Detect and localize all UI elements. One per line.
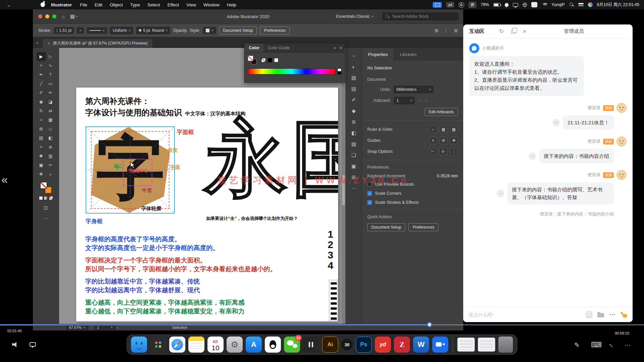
app-store-icon[interactable]: A [246,337,262,353]
back-arrow-icon[interactable]: ← [7,2,12,8]
checkbox-box[interactable]: ✓ [367,191,372,196]
blob-brush-tool[interactable]: ◉ [37,97,46,106]
keyboard-icon[interactable]: ⌨ [591,341,602,349]
vertical-scrollbar[interactable] [341,48,345,324]
checkbox-box[interactable] [367,182,372,187]
spotlight-search-icon[interactable] [569,2,574,7]
active-app-name[interactable]: Illustrator [51,2,72,7]
mesh-tool[interactable]: ▤ [37,133,46,142]
message-options-icon[interactable]: ⋯ [552,119,560,126]
scrollbar-thumb[interactable] [342,175,345,205]
panel-menu-icon[interactable]: ≡ [339,46,342,50]
minimized-window-thumbnail[interactable] [458,338,475,352]
illustrator-icon[interactable]: Ai [322,337,338,353]
app-badge[interactable] [531,2,537,7]
stroke-weight-stepper[interactable]: ▴▾ 1.51 pt [54,27,74,34]
selection-tool[interactable]: ▶ [37,52,46,61]
canvas[interactable]: 第六周补充课件： 字体设计与使用的基础知识 中文字体：汉字的基本结构 字 [59,48,345,324]
more-icon[interactable]: ⋯ [625,341,631,349]
checkbox-use-preview-bounds[interactable]: Use Preview Bounds [367,182,458,187]
battery-percent[interactable]: 79% [481,2,489,7]
tab-color-guide[interactable]: Color Guide [264,44,294,52]
white-swatch[interactable] [274,58,278,62]
ruler-grid-icon-1[interactable]: ⌐ [429,126,437,133]
menu-icon[interactable]: ≣ [454,28,458,33]
fullscreen-icon[interactable]: ↔ [607,340,616,350]
notes-icon[interactable] [189,337,205,353]
quick-action-document-setup[interactable]: Document Setup [367,223,405,231]
volume-icon[interactable] [12,342,19,347]
pencil-tool[interactable]: ✏ [46,88,55,97]
blend-tool[interactable]: ⊚ [46,142,55,152]
free-transform-tool[interactable]: ▦ [46,115,55,124]
safari-icon[interactable] [169,337,185,353]
layers-panel-icon[interactable]: ⊞ [348,172,359,182]
menu-help[interactable]: Help [227,2,236,7]
fill-stroke-swatches[interactable] [40,182,52,193]
trash-icon[interactable] [498,337,513,353]
eyedropper-tool[interactable]: ✧ [37,142,46,152]
pause-indicator-icon[interactable] [303,337,319,353]
magic-wand-tool[interactable]: ⚡ [37,61,46,70]
scale-tool[interactable]: ⇄ [46,106,55,115]
input-method-badge[interactable]: 拼 [469,2,476,8]
direct-selection-tool[interactable]: ▷ [46,52,55,61]
fill-proxy[interactable] [248,56,253,61]
ruler-grid-icon-3[interactable]: ▩ [450,126,458,133]
danmaku-toggle-icon[interactable] [586,312,592,318]
shape-builder-tool[interactable]: ⊞ [37,124,46,133]
assistant-icon[interactable] [588,2,593,7]
previous-artboard-icon[interactable]: ‹ [418,98,421,103]
tab-libraries[interactable]: Libraries [394,48,423,61]
none-swatch[interactable] [261,58,266,62]
menu-select[interactable]: Select [148,2,160,7]
meeting-icon[interactable] [432,337,448,353]
appearance-panel-icon[interactable]: ❏ [348,150,359,160]
close-window-button[interactable] [38,14,42,18]
stroke-style-select[interactable]: ▾ [87,27,107,34]
ruler-grid-icon-2[interactable]: ▦ [439,126,447,133]
word-icon[interactable]: W [413,337,429,353]
screen-share-icon[interactable] [433,2,442,8]
display-icon[interactable] [513,3,518,7]
previous-artboard-icon[interactable]: ‹ [91,325,93,329]
menu-type[interactable]: Type [130,2,140,7]
zoom-tool[interactable]: ⌕ [46,170,55,179]
user-name[interactable]: YunqiP [551,2,565,7]
chat-bubble-icon[interactable] [30,342,36,347]
menu-view[interactable]: View [186,2,196,7]
next-artboard-icon[interactable]: › [424,98,428,103]
guides-icon-2[interactable]: ⊞ [439,137,447,144]
guides-icon-1[interactable]: ≡ [429,137,437,144]
menu-effect[interactable]: Effect [167,2,179,7]
color-guide-panel-icon[interactable]: ▧ [348,73,359,83]
symbols-panel-icon[interactable]: ◆ [348,106,359,116]
symbol-sprayer-tool[interactable]: ✱ [37,152,46,161]
paintbrush-tool[interactable]: ✐ [37,88,46,97]
more-options-icon[interactable]: ⋯ [609,311,615,318]
arrange-icon[interactable]: ⋮ [444,28,448,33]
quick-action-preferences[interactable]: Preferences [409,223,438,231]
color-panel-icon[interactable]: ◐ [348,62,359,72]
lasso-tool[interactable]: ∿ [46,61,55,70]
type-tool[interactable]: T [46,70,55,79]
document-tab[interactable]: × 第六周补充课件.ai* @ 67.67% (CMYK/GPU Preview… [43,39,152,48]
close-tab-icon[interactable]: × [47,41,50,46]
arrange-documents-icon[interactable]: ▦ [70,13,75,19]
message-options-icon[interactable]: ⋯ [497,190,504,197]
more-tools-icon[interactable]: ⋯ [43,216,48,222]
brush-select[interactable]: 5 pt. Round▾ [136,27,170,34]
hand-tool[interactable]: ✥ [37,170,46,179]
collapse-sidebar-icon[interactable]: « [1,173,8,186]
perspective-grid-tool[interactable]: ◇ [46,124,55,133]
menu-file[interactable]: File [80,2,87,7]
fill-swatch[interactable] [40,182,47,189]
graphic-style-select[interactable]: ▾ [203,27,216,34]
column-graph-tool[interactable]: ▥ [46,152,55,161]
next-artboard-icon[interactable]: › [117,325,119,329]
line-segment-tool[interactable]: ╱ [37,79,46,88]
zoom-window-button[interactable] [52,14,56,18]
youdao-icon[interactable]: yd [375,337,391,353]
qq-icon[interactable] [265,337,281,353]
keyboard-increment-value[interactable]: 0.3528 mm [437,174,458,178]
